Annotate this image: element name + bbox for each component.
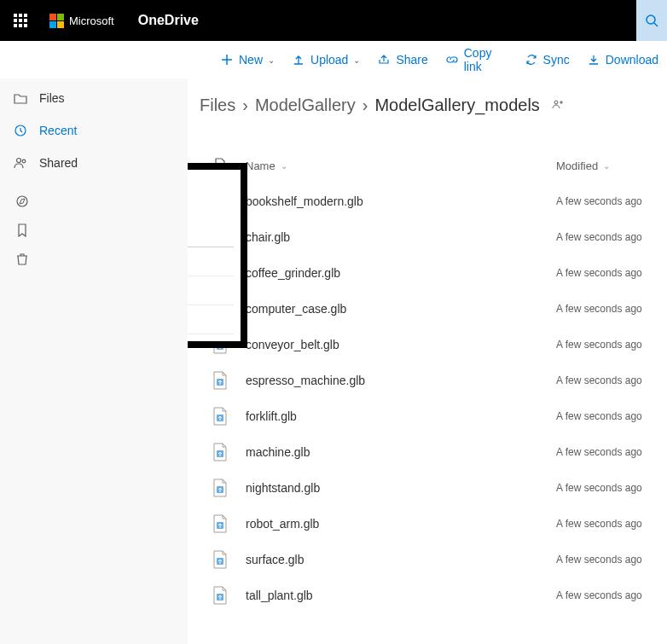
sort-chevron-icon: ⌄	[281, 161, 287, 171]
layout: Files Recent Shared Files › ModelGallery…	[0, 78, 667, 644]
share-button[interactable]: Share	[368, 41, 436, 78]
popover-name-cell[interactable]: ModelGallery.xlsx	[188, 314, 234, 326]
svg-point-6	[554, 101, 558, 104]
folder-icon	[14, 91, 27, 105]
table-row[interactable]: conveyor_belt.glbA few seconds ago	[194, 327, 667, 363]
file-modified-cell: A few seconds ago	[556, 231, 667, 243]
table-row[interactable]: espresso_machine.glbA few seconds ago	[194, 363, 667, 398]
breadcrumb-current: ModelGallery_models	[374, 96, 539, 115]
sidebar-secondary-icons	[0, 179, 188, 266]
breadcrumb-sep: ›	[362, 96, 368, 115]
file-icon-cell	[194, 550, 246, 569]
modified-text: A few seconds ago	[556, 231, 642, 243]
search-icon	[645, 14, 658, 27]
file-name: tall_plant.glb	[246, 589, 313, 602]
download-button[interactable]: Download	[578, 41, 667, 78]
file-icon-cell	[194, 479, 246, 497]
share-label: Share	[396, 53, 427, 67]
clock-icon	[14, 124, 27, 137]
glb-file-icon	[212, 407, 228, 426]
file-name-cell[interactable]: chair.glb	[246, 230, 556, 244]
copylink-button[interactable]: Copy link	[437, 41, 516, 78]
file-name-cell[interactable]: machine.glb	[246, 445, 556, 459]
popover-name-cell[interactable]: ModelGallery_models	[188, 285, 234, 297]
sidebar-item-shared[interactable]: Shared	[0, 147, 188, 179]
copylink-label: Copy link	[464, 46, 508, 73]
modified-text: A few seconds ago	[556, 482, 642, 494]
file-name-cell[interactable]: forklift.glb	[246, 409, 556, 423]
table-row[interactable]: bookshelf_modern.glbA few seconds ago	[194, 183, 667, 219]
file-icon-cell	[194, 407, 246, 426]
recycle-bin-icon[interactable]	[15, 252, 29, 266]
table-row[interactable]: robot_arm.glbA few seconds ago	[194, 506, 667, 542]
sidebar-item-recent[interactable]: Recent	[0, 114, 188, 147]
file-name-cell[interactable]: surface.glb	[246, 553, 556, 566]
file-name-cell[interactable]: computer_case.glb	[246, 302, 556, 316]
table-header: Name ⌄ Modified ⌄	[194, 148, 667, 183]
svg-point-0	[647, 15, 655, 24]
file-icon-cell	[194, 443, 246, 461]
file-name-cell[interactable]: robot_arm.glb	[246, 517, 556, 531]
file-name-cell[interactable]: espresso_machine.glb	[246, 374, 556, 387]
table-row[interactable]: surface.glbA few seconds ago	[194, 542, 667, 577]
ms-brand[interactable]: Microsoft	[49, 14, 114, 28]
file-icon-cell	[194, 586, 246, 605]
share-icon	[377, 53, 391, 67]
breadcrumb-modelgallery[interactable]: ModelGallery	[255, 96, 356, 115]
sidebar-recent-label: Recent	[39, 124, 77, 137]
popover-name-col[interactable]: Name ⌄	[188, 227, 234, 239]
file-name-cell[interactable]: bookshelf_modern.glb	[246, 194, 556, 208]
file-name-cell[interactable]: nightstand.glb	[246, 481, 556, 495]
popover-row[interactable]: ModelGallery_models	[188, 276, 234, 305]
table-row[interactable]: computer_case.glbA few seconds ago	[194, 291, 667, 327]
column-name-header[interactable]: Name ⌄	[246, 160, 556, 172]
popover-name-cell[interactable]: ModelGallery_images	[188, 256, 234, 268]
popover-row[interactable]: ModelGallery_images	[188, 247, 234, 276]
file-icon-cell	[194, 371, 246, 390]
discover-icon[interactable]	[15, 194, 29, 208]
search-button[interactable]	[636, 0, 667, 41]
breadcrumb-sep: ›	[242, 96, 248, 115]
new-button[interactable]: New ⌄	[212, 41, 283, 78]
popover-breadcrumb: Files › ModelGallery	[188, 182, 234, 196]
modified-text: A few seconds ago	[556, 589, 642, 601]
file-name: computer_case.glb	[246, 302, 346, 316]
upload-label: Upload	[310, 53, 348, 67]
file-modified-cell: A few seconds ago	[556, 195, 667, 207]
column-modified-header[interactable]: Modified ⌄	[556, 160, 667, 172]
file-name-cell[interactable]: conveyor_belt.glb	[246, 338, 556, 351]
breadcrumb: Files › ModelGallery › ModelGallery_mode…	[194, 96, 667, 115]
new-label: New	[239, 53, 263, 67]
modified-text: A few seconds ago	[556, 554, 642, 566]
table-row[interactable]: coffee_grinder.glbA few seconds ago	[194, 255, 667, 291]
file-name: espresso_machine.glb	[246, 374, 365, 387]
table-row[interactable]: machine.glbA few seconds ago	[194, 434, 667, 470]
file-modified-cell: A few seconds ago	[556, 303, 667, 315]
file-name: nightstand.glb	[246, 481, 320, 495]
microsoft-logo-icon	[49, 14, 64, 28]
file-name-cell[interactable]: tall_plant.glb	[246, 589, 556, 602]
file-name: robot_arm.glb	[246, 517, 319, 531]
file-name-cell[interactable]: coffee_grinder.glb	[246, 266, 556, 280]
table-row[interactable]: chair.glbA few seconds ago	[194, 219, 667, 255]
main: Files › ModelGallery › ModelGallery_mode…	[188, 78, 667, 644]
popover-row[interactable]: ModelGallery.xlsx	[188, 305, 234, 334]
share-access-icon[interactable]	[552, 98, 564, 113]
modified-text: A few seconds ago	[556, 410, 642, 422]
table-row[interactable]: nightstand.glbA few seconds ago	[194, 470, 667, 506]
file-modified-cell: A few seconds ago	[556, 482, 667, 494]
app-launcher[interactable]	[0, 14, 41, 27]
table-row[interactable]: forklift.glbA few seconds ago	[194, 398, 667, 434]
file-name: machine.glb	[246, 445, 310, 459]
breadcrumb-files[interactable]: Files	[200, 96, 235, 115]
app-title[interactable]: OneDrive	[138, 13, 199, 28]
sync-button[interactable]: Sync	[516, 41, 578, 78]
upload-button[interactable]: Upload ⌄	[283, 41, 368, 78]
modified-col-label: Modified	[556, 160, 598, 172]
sidebar-item-files[interactable]: Files	[0, 82, 188, 114]
sync-icon	[525, 53, 538, 67]
modified-text: A few seconds ago	[556, 195, 642, 207]
file-modified-cell: A few seconds ago	[556, 267, 667, 279]
table-row[interactable]: tall_plant.glbA few seconds ago	[194, 577, 667, 613]
bookmark-icon[interactable]	[15, 223, 29, 237]
